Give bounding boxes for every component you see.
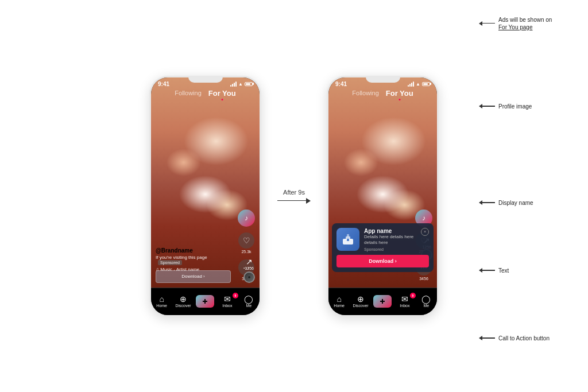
phone1-nav-discover[interactable]: ⊕ Discover: [175, 295, 192, 308]
signal-bar1: [230, 85, 231, 87]
ad-app-name: App name: [364, 228, 416, 234]
phone1-status-icons: ▲: [230, 81, 253, 87]
annotation-arrow-cta: [479, 336, 495, 340]
phone1-sponsored-tag: Sponsored: [158, 260, 182, 265]
phone2-wifi-icon: ▲: [416, 81, 420, 87]
phone1-time: 9:41: [158, 81, 169, 87]
phone1-home-icon: ⌂: [159, 295, 164, 303]
phone2-nav-add[interactable]: [373, 295, 392, 308]
phone1-tiktok-logo: ♪: [245, 214, 248, 222]
annotation-foryou-line2: For You page: [498, 24, 533, 30]
phone1-inbox-label: Inbox: [222, 304, 232, 308]
phone2-tiktok-logo: ♪: [422, 214, 425, 222]
phone2-home-icon: ⌂: [336, 295, 341, 303]
phone2-nav-inbox[interactable]: ✉ Inbox 9: [396, 295, 413, 308]
phones-area: 9:41 ▲: [149, 76, 439, 317]
phone1-inbox-icon: ✉: [224, 295, 231, 303]
phone1-inbox-badge: 9: [233, 293, 238, 298]
annotation-profile: Profile image: [479, 103, 582, 110]
annotation-text-displayname: Display name: [498, 199, 533, 207]
main-container: 9:41 ▲: [0, 0, 588, 392]
annotation-text-ann: Text: [479, 267, 582, 274]
phone1-nav-add[interactable]: [196, 295, 214, 308]
phone1-caption-text: If you're visiting this page: [156, 255, 207, 260]
annotation-arrow-profile: [479, 104, 495, 108]
phone2-status-icons: ▲: [408, 81, 430, 87]
ad-download-btn[interactable]: Download ›: [336, 255, 429, 267]
phone1-app-header: Following For You: [151, 88, 260, 98]
phone2-comment-count: 3456: [419, 277, 428, 281]
phone2-inbox-badge: 9: [410, 293, 416, 298]
ad-close-btn[interactable]: ×: [421, 228, 429, 236]
phone1-nav-home[interactable]: ⌂ Home: [153, 295, 171, 308]
ann-shaft-foryou: [482, 23, 495, 24]
arrow-line: [277, 198, 311, 204]
phone1-nav-me[interactable]: ◯ Me: [240, 295, 257, 308]
signal-bar2: [409, 84, 411, 87]
phone1-notch: [188, 76, 223, 83]
phone1-foryou-container: For You: [208, 88, 236, 98]
phone2-discover-icon: ⊕: [357, 295, 364, 303]
phone2-nav-home[interactable]: ⌂ Home: [331, 295, 348, 308]
annotation-text-cta: Call to Action button: [498, 335, 550, 342]
ad-header: App name Details here details here detai…: [336, 228, 429, 251]
phone2-battery-icon: [422, 82, 430, 86]
phone1-foryou-tab[interactable]: For You: [208, 89, 236, 98]
ad-sponsored-label: Sponsored: [364, 247, 416, 251]
phone2-ad-overlay: App name Details here details here detai…: [332, 223, 434, 272]
annotation-arrow-text: [479, 268, 495, 273]
phone2-foryou-container: For You: [386, 88, 413, 98]
ad-details: Details here details here details here: [364, 234, 416, 246]
phone1-battery-fill: [246, 83, 250, 85]
phone1-me-label: Me: [246, 304, 252, 308]
signal-bar3: [411, 83, 412, 87]
phone2-battery-fill: [423, 83, 428, 85]
ad-text-area: App name Details here details here detai…: [364, 228, 416, 251]
transition-label: After 9s: [283, 189, 305, 196]
phone1-share-icon: ↗: [245, 257, 254, 266]
phone1-add-btn[interactable]: [196, 295, 214, 308]
ann-shaft-displayname: [482, 202, 495, 203]
phone1-wifi-icon: ▲: [238, 81, 243, 87]
phone1-nav-bar: ⌂ Home ⊕ Discover ✉ Inbox: [151, 288, 260, 315]
ann-shaft-cta: [482, 337, 495, 339]
phone2-wrapper: 9:41 ▲: [327, 76, 439, 317]
phone2-foryou-tab[interactable]: For You: [386, 89, 413, 98]
phone1-following-tab[interactable]: Following: [175, 90, 201, 96]
transition-arrow: After 9s: [277, 189, 311, 204]
phone1-username: @Brandname: [156, 247, 231, 254]
phone2-following-tab[interactable]: Following: [352, 90, 378, 96]
phone2-nav-bar: ⌂ Home ⊕ Discover ✉ Inbox: [328, 288, 437, 315]
phone2-nav-discover[interactable]: ⊕ Discover: [352, 295, 369, 308]
phone2-foryou-dot: [399, 99, 400, 100]
phone2-inbox-icon: ✉: [401, 295, 408, 303]
ad-app-icon: [336, 228, 359, 251]
signal-bar3: [234, 83, 235, 87]
phone1-profile-btn[interactable]: ♪: [238, 209, 255, 227]
signal-bar4: [235, 81, 237, 87]
phone2-add-btn[interactable]: [373, 295, 392, 308]
phone1-foryou-dot: [221, 99, 223, 100]
signal-bar1: [408, 85, 409, 87]
phone1-download-btn[interactable]: Download ›: [156, 270, 231, 283]
phone1-heart-icon: ♡: [238, 232, 254, 249]
phone2-home-label: Home: [334, 304, 345, 308]
phone1-caption: If you're visiting this page Sponsored: [156, 255, 231, 265]
annotation-foryou: Ads will be shown on For You page: [479, 16, 582, 31]
ann-shaft-text: [482, 270, 495, 271]
phone1-like-btn[interactable]: ♡ 25.3k: [238, 232, 254, 254]
ad-download-label: Download ›: [369, 258, 397, 264]
annotation-foryou-line1: Ads will be shown on: [498, 17, 552, 23]
phone2-nav-me[interactable]: ◯ Me: [417, 295, 435, 308]
phone1: 9:41 ▲: [149, 76, 261, 317]
phone2-inner: 9:41 ▲: [328, 77, 437, 315]
phone1-discover-label: Discover: [175, 304, 191, 308]
phone2: 9:41 ▲: [327, 76, 439, 317]
phone1-music-disc: [243, 271, 255, 283]
svg-rect-3: [347, 239, 349, 241]
annotation-text-foryou: Ads will be shown on For You page: [498, 16, 552, 31]
phone1-share-count: 1256: [245, 266, 254, 270]
phone1-nav-inbox[interactable]: ✉ Inbox 9: [219, 295, 236, 308]
annotation-cta: Call to Action button: [479, 335, 582, 342]
phone2-me-icon: ◯: [421, 295, 431, 303]
